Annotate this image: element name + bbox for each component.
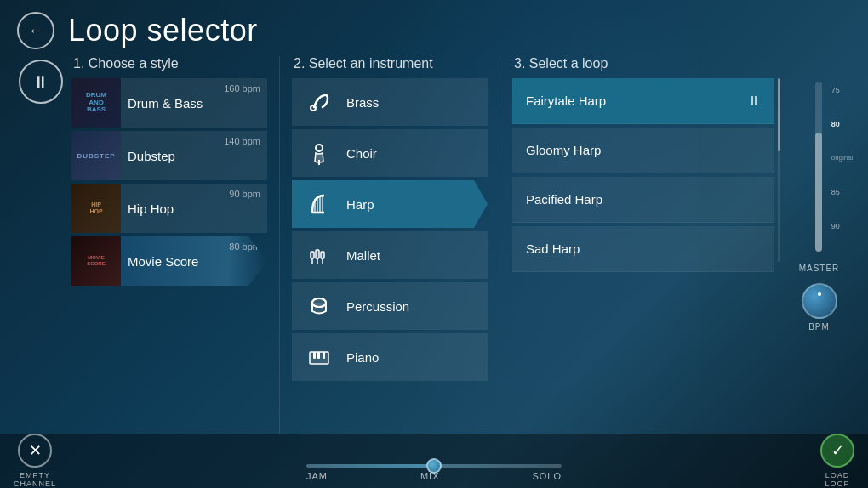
instrument-name-percussion: Percussion	[346, 299, 409, 314]
loop-col-inner: Fairytale Harp ⏸ Gloomy Harp Pacified Ha…	[512, 78, 780, 272]
style-item-hiphop[interactable]: HIPHOP 90 bpm Hip Hop	[71, 184, 267, 233]
instrument-item-mallet[interactable]: Mallet	[292, 231, 488, 279]
style-column: 1. Choose a style DRUMANDBASS 160 bpm Dr…	[71, 56, 267, 434]
master-slider-labels: 75 80 original 85 90	[831, 73, 854, 243]
check-icon: ✓	[831, 441, 844, 460]
style-thumb-movie: MOVIESCORE	[71, 236, 121, 286]
load-loop-button[interactable]: ✓ LOADLOOP	[820, 434, 854, 488]
style-name-dubstep: Dubstep	[128, 149, 260, 163]
right-panel: 75 80 original 85 90 MASTER BPM	[787, 56, 851, 434]
jms-fill-right	[434, 464, 562, 468]
bpm-knob[interactable]	[802, 283, 837, 319]
style-item-dubstep[interactable]: DUBSTEP 140 bpm Dubstep	[71, 131, 267, 180]
master-area: 75 80 original 85 90 MASTER	[799, 73, 840, 273]
style-info-movie: 80 bpm Movie Score	[121, 251, 267, 272]
empty-channel-icon: ✕	[18, 434, 52, 468]
style-info-hiphop: 90 bpm Hip Hop	[121, 198, 267, 219]
loop-scrollbar-thumb	[778, 78, 780, 151]
instrument-name-brass: Brass	[346, 95, 379, 110]
instrument-column-title: 2. Select an instrument	[292, 56, 488, 71]
mallet-icon	[306, 241, 333, 269]
knob-indicator	[818, 292, 821, 296]
style-bpm-dubstep: 140 bpm	[224, 136, 260, 146]
piano-icon	[306, 343, 333, 371]
svg-rect-7	[311, 252, 314, 258]
loop-item-fairytale[interactable]: Fairytale Harp ⏸	[512, 78, 774, 124]
choir-icon	[306, 139, 333, 167]
instrument-item-piano[interactable]: Piano	[292, 333, 488, 381]
instrument-item-harp[interactable]: Harp	[292, 180, 488, 228]
style-thumb-hiphop: HIPHOP	[71, 184, 121, 233]
style-name-hiphop: Hip Hop	[128, 201, 260, 216]
jms-fill-left	[306, 464, 434, 468]
svg-point-0	[311, 105, 316, 111]
jms-track[interactable]	[306, 464, 562, 468]
style-column-title: 1. Choose a style	[71, 56, 267, 71]
jam-label: JAM	[306, 471, 328, 481]
loop-scrollbar[interactable]	[778, 78, 780, 262]
col-divider-1	[279, 56, 280, 434]
jms-container: JAM MIX SOLO	[289, 464, 579, 481]
style-thumb-dnb: DRUMANDBASS	[71, 78, 121, 128]
back-button[interactable]: ←	[17, 12, 54, 49]
style-bpm-dnb: 160 bpm	[224, 83, 260, 94]
col-divider-2	[500, 56, 500, 434]
main-area: ⏸ 1. Choose a style DRUMANDBASS 160 bpm …	[0, 56, 868, 434]
svg-point-1	[316, 145, 323, 151]
load-loop-label: LOADLOOP	[825, 471, 849, 488]
loop-column-title: 3. Select a loop	[512, 56, 780, 71]
loop-item-gloomy[interactable]: Gloomy Harp	[512, 128, 774, 173]
loop-column: 3. Select a loop Fairytale Harp ⏸ Gloomy…	[512, 56, 780, 434]
empty-channel-button[interactable]: ✕ EMPTYCHANNEL	[14, 434, 56, 488]
jms-thumb[interactable]	[426, 458, 442, 474]
style-list: DRUMANDBASS 160 bpm Drum & Bass DUBSTEP …	[71, 78, 267, 286]
instrument-item-choir[interactable]: Choir	[292, 129, 488, 177]
instrument-item-brass[interactable]: Brass	[292, 78, 488, 126]
bpm-label: BPM	[808, 322, 830, 332]
page-title: Loop selector	[68, 13, 258, 48]
style-thumb-dubstep: DUBSTEP	[71, 131, 121, 180]
svg-rect-17	[317, 352, 320, 359]
x-icon: ✕	[29, 441, 42, 460]
instrument-column: 2. Select an instrument Brass	[292, 56, 488, 434]
instrument-item-percussion[interactable]: Percussion	[292, 282, 488, 330]
master-slider-container: 75 80 original 85 90	[815, 73, 822, 260]
solo-label: SOLO	[532, 471, 562, 481]
master-slider-fill	[815, 133, 822, 252]
svg-rect-18	[323, 352, 325, 359]
instrument-name-piano: Piano	[346, 350, 379, 365]
load-loop-icon: ✓	[820, 434, 854, 468]
master-slider-track[interactable]	[815, 82, 822, 252]
style-info-dubstep: 140 bpm Dubstep	[121, 145, 267, 167]
percussion-icon	[306, 292, 333, 320]
style-info-dnb: 160 bpm Drum & Bass	[121, 93, 267, 114]
app-content: ← Loop selector ⏸ 1. Choose a style DRUM…	[0, 0, 868, 488]
svg-rect-8	[316, 250, 319, 258]
style-bpm-hiphop: 90 bpm	[229, 189, 260, 199]
loop-list: Fairytale Harp ⏸ Gloomy Harp Pacified Ha…	[512, 78, 774, 272]
bpm-area: BPM	[802, 283, 837, 332]
empty-channel-label: EMPTYCHANNEL	[14, 471, 56, 488]
pause-button[interactable]: ⏸	[19, 60, 63, 104]
style-bpm-movie: 80 bpm	[229, 241, 260, 252]
brass-icon	[306, 88, 333, 116]
svg-rect-9	[321, 252, 324, 258]
left-controls: ⏸	[17, 56, 65, 434]
instrument-name-harp: Harp	[346, 197, 374, 212]
style-item-dnb[interactable]: DRUMANDBASS 160 bpm Drum & Bass	[71, 78, 267, 128]
loop-item-pacified[interactable]: Pacified Harp	[512, 177, 774, 223]
style-item-movie[interactable]: MOVIESCORE 80 bpm Movie Score	[71, 236, 267, 286]
master-label: MASTER	[799, 264, 840, 273]
instrument-list: Brass Choir	[292, 78, 488, 381]
instrument-name-mallet: Mallet	[346, 248, 380, 263]
svg-rect-16	[313, 352, 316, 359]
instrument-name-choir: Choir	[346, 146, 377, 161]
harp-icon	[306, 190, 333, 218]
loop-name-pacified: Pacified Harp	[526, 192, 602, 207]
header: ← Loop selector	[0, 0, 868, 56]
style-name-dnb: Drum & Bass	[128, 96, 260, 111]
loop-name-sad: Sad Harp	[526, 241, 580, 256]
style-name-movie: Movie Score	[128, 254, 260, 269]
loop-name-fairytale: Fairytale Harp	[526, 94, 606, 108]
loop-item-sad[interactable]: Sad Harp	[512, 226, 774, 272]
